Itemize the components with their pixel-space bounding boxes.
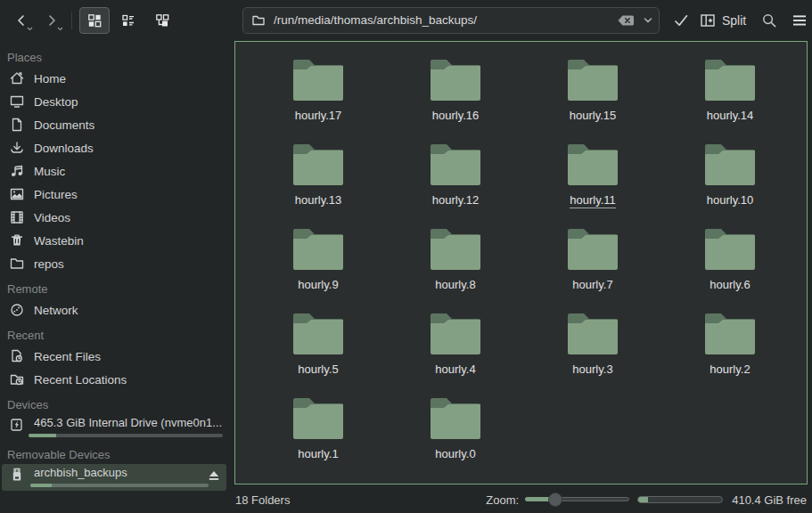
section-header-recent: Recent — [0, 327, 228, 345]
folder-item-hourly-7[interactable]: hourly.7 — [524, 225, 661, 310]
sidebar-item-repos[interactable]: repos — [0, 252, 228, 275]
disk-usage-fill — [30, 484, 52, 487]
folder-label: hourly.17 — [295, 109, 342, 122]
location-bar[interactable]: /run/media/thomas/archbish_backups/ — [242, 7, 660, 34]
folder-item-hourly-8[interactable]: hourly.8 — [387, 225, 524, 310]
sidebar-item-label: Desktop — [34, 95, 78, 109]
zoom-label: Zoom: — [486, 493, 519, 507]
checkmark-button[interactable] — [672, 12, 690, 29]
sidebar-item-label: Recent Locations — [34, 373, 127, 387]
eject-button[interactable] — [207, 468, 221, 483]
folder-label: hourly.8 — [435, 278, 475, 291]
zoom-control: Zoom: 410.4 GiB free — [486, 492, 807, 508]
folder-label: hourly.14 — [707, 109, 754, 122]
back-button[interactable] — [9, 8, 34, 33]
folder-icon — [428, 56, 483, 102]
section-header-devices: Devices — [0, 396, 228, 414]
sidebar-item-music[interactable]: Music — [0, 159, 228, 183]
folder-label: hourly.16 — [432, 109, 480, 122]
clear-location-button[interactable] — [616, 13, 636, 28]
toolbar-divider — [71, 12, 72, 29]
folder-label: hourly.12 — [432, 193, 480, 207]
view-icons-button[interactable] — [79, 7, 110, 34]
folder-label: hourly.15 — [570, 109, 617, 122]
menu-button[interactable] — [791, 12, 808, 29]
folder-label: hourly.10 — [707, 193, 754, 207]
folder-icon — [291, 225, 346, 272]
folder-item-hourly-10[interactable]: hourly.10 — [661, 141, 799, 225]
folder-item-hourly-17[interactable]: hourly.17 — [250, 56, 387, 141]
folder-icon — [291, 56, 346, 102]
folder-icon — [702, 310, 758, 356]
folder-icon — [702, 225, 758, 272]
hard-drive-icon — [9, 417, 25, 433]
forward-button[interactable] — [39, 8, 64, 33]
folder-item-hourly-6[interactable]: hourly.6 — [661, 225, 799, 310]
sidebar-item-label: Videos — [34, 211, 70, 224]
folder-label: hourly.7 — [572, 278, 612, 291]
folder-item-hourly-14[interactable]: hourly.14 — [661, 56, 799, 141]
folder-item-hourly-0[interactable]: hourly.0 — [387, 395, 524, 479]
split-view-icon — [699, 12, 717, 29]
zoom-slider[interactable] — [525, 492, 629, 508]
folder-item-hourly-2[interactable]: hourly.2 — [661, 310, 799, 395]
folder-label: hourly.11 — [570, 193, 616, 208]
free-space-label: 410.4 GiB free — [732, 493, 807, 507]
folder-item-hourly-4[interactable]: hourly.4 — [387, 310, 524, 395]
music-icon — [9, 163, 25, 179]
wastebin-icon — [9, 232, 25, 248]
folder-icon — [291, 310, 346, 356]
disk-usage-fill — [29, 434, 56, 437]
folder-item-hourly-16[interactable]: hourly.16 — [387, 56, 524, 141]
folder-icon — [702, 56, 758, 102]
disk-usage-bar — [29, 434, 223, 437]
sidebar-item-label: Network — [34, 304, 78, 317]
sidebar-item-label: Recent Files — [34, 350, 101, 363]
tree-view-icon — [154, 12, 170, 28]
icons-view-icon — [86, 12, 103, 28]
documents-icon — [9, 117, 25, 133]
folder-icon — [291, 141, 346, 187]
sidebar-item-465-3-gib-internal-drive-nvme0n1[interactable]: 465.3 GiB Internal Drive (nvme0n1... — [0, 414, 228, 441]
sidebar-item-recent-locations[interactable]: Recent Locations — [0, 368, 228, 391]
folder-icon — [9, 256, 25, 272]
view-details-button[interactable] — [113, 7, 144, 34]
view-tree-button[interactable] — [147, 7, 177, 34]
folder-item-hourly-13[interactable]: hourly.13 — [250, 141, 387, 225]
folder-icon — [428, 310, 483, 356]
folder-item-hourly-1[interactable]: hourly.1 — [250, 395, 387, 479]
folder-item-hourly-3[interactable]: hourly.3 — [524, 310, 661, 395]
folder-item-hourly-5[interactable]: hourly.5 — [250, 310, 387, 395]
folder-label: hourly.13 — [295, 193, 342, 207]
folder-item-hourly-12[interactable]: hourly.12 — [387, 141, 524, 225]
sidebar-item-documents[interactable]: Documents — [0, 113, 228, 136]
sidebar-item-videos[interactable]: Videos — [0, 206, 228, 229]
sidebar-item-label: Documents — [34, 118, 94, 132]
folder-item-hourly-15[interactable]: hourly.15 — [524, 56, 661, 141]
sidebar-item-network[interactable]: Network — [0, 298, 228, 322]
sidebar-item-archbish-backups[interactable]: archbish_backups — [2, 464, 226, 491]
folder-icon — [428, 225, 483, 272]
sidebar-item-pictures[interactable]: Pictures — [0, 183, 228, 206]
folder-item-hourly-11[interactable]: hourly.11 — [524, 141, 661, 225]
sidebar-item-label: Wastebin — [34, 234, 84, 248]
details-view-icon — [120, 12, 136, 28]
split-button[interactable]: Split — [699, 12, 746, 29]
zoom-slider-handle[interactable] — [548, 493, 562, 507]
sidebar-item-downloads[interactable]: Downloads — [0, 136, 228, 159]
folder-grid: hourly.17 hourly.16 hourly.15 hourly.14 … — [235, 42, 807, 479]
back-history-caret-icon — [27, 27, 33, 31]
location-dropdown-button[interactable] — [643, 15, 653, 26]
folder-view[interactable]: hourly.17 hourly.16 hourly.15 hourly.14 … — [234, 41, 808, 484]
sidebar-item-wastebin[interactable]: Wastebin — [0, 229, 228, 252]
sidebar-item-label: Home — [34, 72, 66, 86]
sidebar-item-desktop[interactable]: Desktop — [0, 90, 228, 113]
sidebar-item-home[interactable]: Home — [0, 67, 228, 90]
sidebar-item-label: Downloads — [34, 142, 94, 155]
recent-files-icon — [9, 348, 25, 364]
folder-item-hourly-9[interactable]: hourly.9 — [250, 225, 387, 310]
search-button[interactable] — [760, 12, 778, 29]
sidebar-item-recent-files[interactable]: Recent Files — [0, 345, 228, 368]
folder-icon — [291, 395, 346, 441]
status-bar: 18 Folders Zoom: 410.4 GiB free — [228, 486, 812, 513]
